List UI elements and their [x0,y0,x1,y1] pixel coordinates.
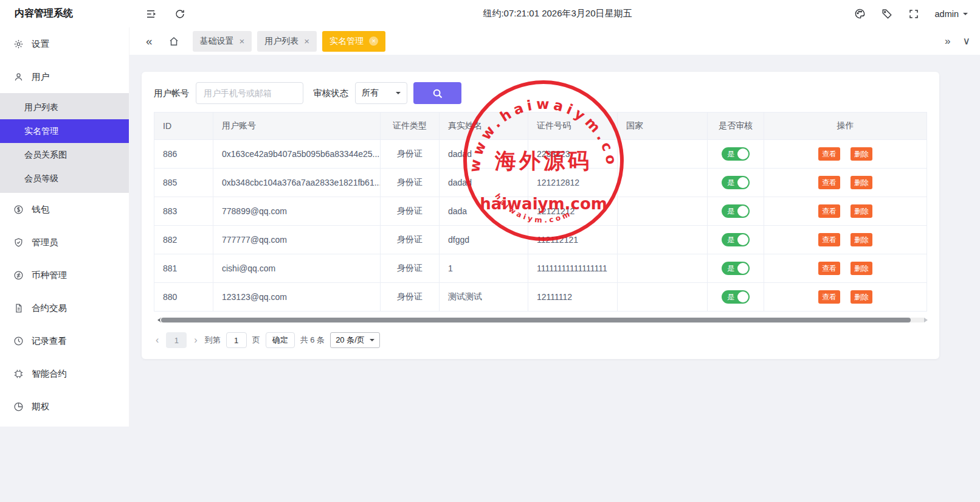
delete-button[interactable]: 删除 [851,147,872,161]
cell-verified: 是 [708,197,764,225]
sidebar-subitem-user-list[interactable]: 用户列表 [0,96,129,119]
sidebar-subitem-member-level[interactable]: 会员等级 [0,167,129,190]
verified-toggle[interactable]: 是 [722,290,750,304]
view-button[interactable]: 查看 [818,233,840,246]
sidebar-item-options[interactable]: 期权 [0,390,129,423]
search-icon [431,87,444,100]
shield-icon [13,237,24,248]
tab-user-list[interactable]: 用户列表 × [257,31,317,52]
view-button[interactable]: 查看 [818,290,840,304]
theme-palette-icon[interactable] [854,8,866,19]
sidebar-item-coin-manage[interactable]: 币种管理 [0,259,129,291]
col-header-actions: 操作 [764,113,927,139]
sidebar-item-records[interactable]: 记录查看 [0,324,129,357]
delete-button[interactable]: 删除 [851,176,872,189]
sidebar-item-wallet[interactable]: 钱包 [0,193,129,226]
sidebar-item-users[interactable]: 用户 [0,60,129,93]
cell-actions: 查看 删除 [764,197,927,225]
home-icon[interactable] [168,36,179,47]
page-unit-label: 页 [252,335,260,346]
prev-page-icon[interactable]: ‹ [154,335,160,345]
topbar-right-icons: admin [854,8,968,19]
chevron-down-icon [396,92,401,97]
chevron-down-icon [963,13,968,18]
tab-basic-settings[interactable]: 基础设置 × [193,31,252,52]
search-button[interactable] [413,82,461,104]
verified-toggle[interactable]: 是 [722,204,750,218]
view-button[interactable]: 查看 [818,147,840,161]
tabs-scroll-left-icon[interactable]: « [146,35,153,47]
sidebar-item-label: 记录查看 [32,335,67,347]
fullscreen-icon[interactable] [908,9,919,19]
tabs-menu-icon[interactable]: ∨ [963,35,970,47]
table-row: 880 123123@qq.com 身份证 测试测试 12111112 是 查看 [154,283,927,312]
tab-realname-manage[interactable]: 实名管理 × [322,31,385,52]
view-button[interactable]: 查看 [818,262,840,275]
sidebar-item-label: 智能合约 [32,368,67,380]
account-search-input[interactable] [196,82,303,104]
view-button[interactable]: 查看 [818,176,840,189]
close-icon[interactable]: × [304,37,309,46]
verified-toggle[interactable]: 是 [722,147,750,161]
cell-account: 0xb348cbc104a376a7aa2833e1821fb61... [213,169,381,197]
collapse-sidebar-icon[interactable] [145,9,156,19]
delete-button[interactable]: 删除 [851,290,872,304]
topbar-left-icons [145,9,185,19]
scrollbar-thumb[interactable] [161,318,911,322]
sidebar-item-contract-trade[interactable]: 合约交易 [0,291,129,324]
sidebar-subitem-member-graph[interactable]: 会员关系图 [0,143,129,167]
close-icon[interactable]: × [240,37,245,46]
refresh-icon[interactable] [174,9,185,19]
tab-label: 用户列表 [264,36,298,47]
toggle-label: 是 [727,149,734,159]
pagination: ‹ 1 › 到第 页 确定 共 6 条 20 条/页 [154,332,927,348]
user-icon [13,72,24,82]
sidebar-item-settings[interactable]: 设置 [0,27,129,60]
cell-real-name: dadad [440,169,528,197]
toggle-label: 是 [727,178,734,188]
tab-label: 实名管理 [330,36,364,47]
cell-id: 881 [154,254,213,282]
sidebar-item-smart-contract[interactable]: 智能合约 [0,357,129,390]
table-header-row: ID 用户账号 证件类型 真实姓名 证件号码 国家 是否审核 操作 [154,113,927,140]
cell-real-name: dada [440,197,528,225]
cell-actions: 查看 删除 [764,140,927,168]
wallet-icon [13,204,24,215]
cell-actions: 查看 删除 [764,254,927,282]
verified-toggle[interactable]: 是 [722,176,750,189]
total-count-label: 共 6 条 [300,335,325,346]
sidebar-item-label: 管理员 [32,237,58,248]
current-page-button[interactable]: 1 [166,332,187,348]
cell-country [618,140,708,168]
col-header-account: 用户账号 [213,113,381,139]
realname-manage-panel: 用户帐号 审核状态 所有 ID 用户账号 证件类型 真实姓名 证件号码 国家 是… [142,72,939,359]
tag-icon[interactable] [882,9,892,19]
user-menu[interactable]: admin [935,9,968,19]
account-filter-label: 用户帐号 [154,88,189,99]
verified-toggle[interactable]: 是 [722,262,750,275]
subitem-label: 实名管理 [24,126,58,137]
cell-id: 883 [154,197,213,225]
sidebar-item-admins[interactable]: 管理员 [0,226,129,259]
next-page-icon[interactable]: › [192,335,199,345]
tabbar: « 基础设置 × 用户列表 × 实名管理 × » ∨ [129,27,980,55]
scroll-right-arrow-icon[interactable] [924,318,930,322]
tabs-scroll-right-icon[interactable]: » [945,35,950,47]
goto-page-input[interactable] [226,332,247,348]
toggle-label: 是 [727,292,734,302]
delete-button[interactable]: 删除 [851,233,872,246]
view-button[interactable]: 查看 [818,204,840,218]
cell-real-name: dfggd [440,226,528,254]
col-header-country: 国家 [618,113,708,139]
confirm-button[interactable]: 确定 [266,332,295,348]
verified-toggle[interactable]: 是 [722,233,750,246]
horizontal-scrollbar[interactable] [155,316,930,324]
page-size-select[interactable]: 20 条/页 [330,332,380,348]
sidebar-subitem-realname-manage[interactable]: 实名管理 [0,119,129,143]
table-row: 885 0xb348cbc104a376a7aa2833e1821fb61...… [154,169,927,197]
status-select[interactable]: 所有 [355,82,407,104]
close-icon[interactable]: × [369,37,378,46]
delete-button[interactable]: 删除 [851,262,872,275]
delete-button[interactable]: 删除 [851,204,872,218]
app-title: 内容管理系统 [0,7,129,20]
